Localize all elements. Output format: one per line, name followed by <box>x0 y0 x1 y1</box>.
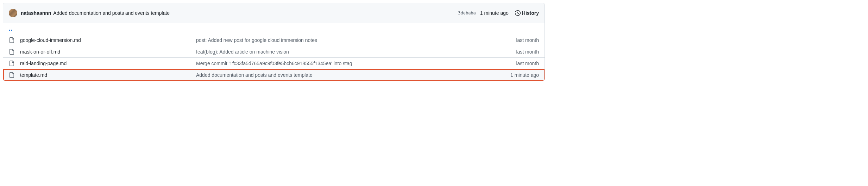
file-row: raid-landing-page.mdMerge commit '1fc33f… <box>3 57 545 69</box>
file-commit-message-link[interactable]: post: Added new post for google cloud im… <box>196 37 510 43</box>
author-link[interactable]: natashaannn <box>21 10 51 16</box>
file-name-link[interactable]: template.md <box>20 72 196 78</box>
commit-message-link[interactable]: Added documentation and posts and events… <box>53 10 170 16</box>
commit-sha-link[interactable]: 3debaba <box>458 11 476 16</box>
history-icon <box>515 10 521 16</box>
file-commit-time: last month <box>516 49 539 55</box>
history-label: History <box>522 10 539 16</box>
file-name-link[interactable]: mask-on-or-off.md <box>20 49 196 55</box>
parent-directory-row[interactable]: .. <box>3 23 545 35</box>
parent-directory-link[interactable]: .. <box>9 25 13 32</box>
file-commit-message-link[interactable]: Added documentation and posts and events… <box>196 72 505 78</box>
latest-commit-header: natashaannn Added documentation and post… <box>3 3 545 23</box>
file-icon <box>9 37 14 43</box>
file-commit-time: last month <box>516 61 539 66</box>
file-commit-time: 1 minute ago <box>510 72 539 78</box>
avatar[interactable] <box>9 9 17 17</box>
file-icon <box>9 49 14 55</box>
file-icon <box>9 72 14 78</box>
file-icon <box>9 61 14 66</box>
file-commit-time: last month <box>516 37 539 43</box>
history-link[interactable]: History <box>515 10 539 16</box>
file-row: template.mdAdded documentation and posts… <box>3 69 545 81</box>
file-row: mask-on-or-off.mdfeat(blog): Added artic… <box>3 46 545 57</box>
file-browser: natashaannn Added documentation and post… <box>3 3 545 81</box>
commit-time: 1 minute ago <box>480 10 509 16</box>
file-commit-message-link[interactable]: Merge commit '1fc33fa5d765a9c9f03fe5bcb6… <box>196 61 510 66</box>
file-name-link[interactable]: raid-landing-page.md <box>20 61 196 66</box>
file-row: google-cloud-immersion.mdpost: Added new… <box>3 35 545 46</box>
file-commit-message-link[interactable]: feat(blog): Added article on machine vis… <box>196 49 510 55</box>
file-name-link[interactable]: google-cloud-immersion.md <box>20 37 196 43</box>
